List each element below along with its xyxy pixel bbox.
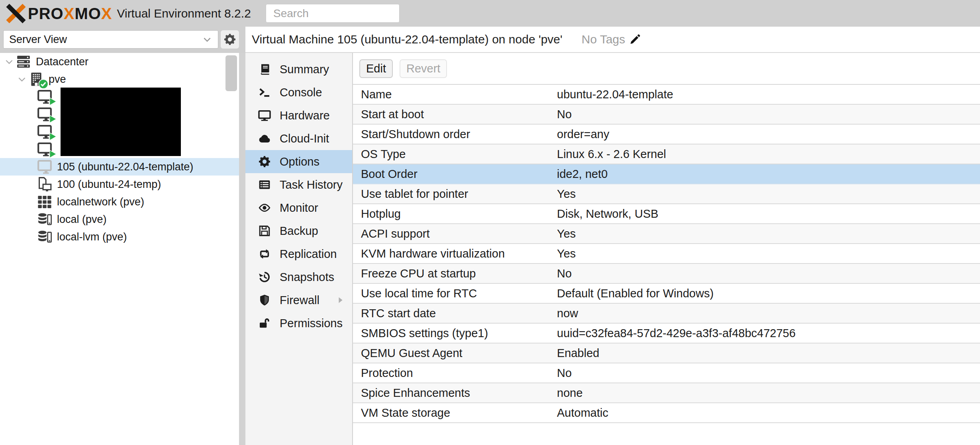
tree-item-100-ubuntu-24-temp[interactable]: 100 (ubuntu-24-temp) xyxy=(0,176,239,193)
tree-item-datacenter[interactable]: Datacenter xyxy=(0,53,239,70)
tab-console[interactable]: Console xyxy=(245,81,352,104)
status-play-icon xyxy=(49,132,57,141)
sidebar-settings-button[interactable] xyxy=(221,30,239,49)
storage-icon xyxy=(37,212,52,227)
tab-monitor[interactable]: Monitor xyxy=(245,196,352,219)
option-value: now xyxy=(557,307,578,320)
tab-replication[interactable]: Replication xyxy=(245,242,352,265)
option-row-acpi-support[interactable]: ACPI supportYes xyxy=(353,224,980,244)
tree-item-local-lvm-pve[interactable]: local-lvm (pve) xyxy=(0,228,239,246)
option-row-start-shutdown-order[interactable]: Start/Shutdown orderorder=any xyxy=(353,125,980,144)
option-row-use-local-time-for-rtc[interactable]: Use local time for RTCDefault (Enabled f… xyxy=(353,284,980,304)
vm-nav-menu: SummaryConsoleHardwareCloud-InitOptionsT… xyxy=(245,53,353,445)
option-row-name[interactable]: Nameubuntu-22.04-template xyxy=(353,85,980,105)
option-row-qemu-guest-agent[interactable]: QEMU Guest AgentEnabled xyxy=(353,344,980,363)
option-row-smbios-settings-type1[interactable]: SMBIOS settings (type1)uuid=c32fea84-57d… xyxy=(353,324,980,344)
option-value: Automatic xyxy=(557,406,608,420)
tags-label: No Tags xyxy=(582,33,625,46)
content-header: Virtual Machine 105 (ubuntu-22.04-templa… xyxy=(245,27,980,53)
vm-template-icon xyxy=(37,177,52,192)
search-input[interactable] xyxy=(266,4,400,23)
tab-label: Console xyxy=(280,86,322,99)
option-row-hotplug[interactable]: HotplugDisk, Network, USB xyxy=(353,204,980,224)
option-row-spice-enhancements[interactable]: Spice Enhancementsnone xyxy=(353,383,980,403)
redacted-region xyxy=(61,88,181,156)
datacenter-icon xyxy=(16,54,31,69)
chevron-down-icon xyxy=(17,74,29,84)
product-version-label: Virtual Environment 8.2.2 xyxy=(117,7,251,20)
page-title: Virtual Machine 105 (ubuntu-22.04-templa… xyxy=(252,33,563,46)
permissions-icon xyxy=(258,317,271,330)
option-row-kvm-hardware-virtualization[interactable]: KVM hardware virtualizationYes xyxy=(353,244,980,264)
tab-cloud-init[interactable]: Cloud-Init xyxy=(245,127,352,150)
vm-icon xyxy=(37,124,52,139)
panel-splitter[interactable] xyxy=(239,53,245,445)
tree-item-localnetwork-pve[interactable]: localnetwork (pve) xyxy=(0,193,239,211)
tree-item-105-ubuntu-22-04-template[interactable]: 105 (ubuntu-22.04-template) xyxy=(0,158,239,176)
tab-hardware[interactable]: Hardware xyxy=(245,104,352,127)
option-label: Hotplug xyxy=(353,207,557,221)
vm-icon xyxy=(37,107,52,122)
task-history-icon xyxy=(258,178,271,191)
tree-scrollbar-thumb[interactable] xyxy=(225,55,238,92)
tree-item-label: Datacenter xyxy=(36,56,88,68)
tab-snapshots[interactable]: Snapshots xyxy=(245,265,352,289)
tab-firewall[interactable]: Firewall xyxy=(245,289,352,312)
resource-tree: Datacenterpve105 (ubuntu-22.04-template)… xyxy=(0,53,239,445)
tree-item-pve[interactable]: pve xyxy=(0,70,239,88)
option-label: SMBIOS settings (type1) xyxy=(353,327,557,340)
tree-item-label: 100 (ubuntu-24-temp) xyxy=(57,178,161,191)
replication-icon xyxy=(258,248,271,260)
tab-label: Replication xyxy=(280,248,337,261)
cloudinit-icon xyxy=(258,132,271,145)
option-row-freeze-cpu-at-startup[interactable]: Freeze CPU at startupNo xyxy=(353,264,980,284)
proxmox-logo: PROXMOX xyxy=(6,3,112,24)
option-label: ACPI support xyxy=(353,227,557,240)
option-value: order=any xyxy=(557,128,609,141)
option-row-protection[interactable]: ProtectionNo xyxy=(353,363,980,383)
option-value: No xyxy=(557,108,572,121)
option-row-boot-order[interactable]: Boot Orderide2, net0 xyxy=(353,164,980,184)
caret-right-icon xyxy=(336,296,345,304)
option-label: OS Type xyxy=(353,148,557,161)
option-value: Enabled xyxy=(557,347,599,360)
tab-label: Monitor xyxy=(280,201,318,215)
view-selector-combobox[interactable]: Server View xyxy=(3,30,218,49)
option-value: Default (Enabled for Windows) xyxy=(557,287,713,300)
option-row-vm-state-storage[interactable]: VM State storageAutomatic xyxy=(353,403,980,423)
chevron-down-icon xyxy=(202,34,212,45)
status-play-icon xyxy=(49,150,57,158)
pencil-icon[interactable] xyxy=(629,33,641,45)
options-icon xyxy=(258,155,271,168)
option-label: Start/Shutdown order xyxy=(353,128,557,141)
option-label: Start at boot xyxy=(353,108,557,121)
tab-label: Snapshots xyxy=(280,271,334,284)
tree-item-label: 105 (ubuntu-22.04-template) xyxy=(57,161,193,173)
tab-summary[interactable]: Summary xyxy=(245,58,352,81)
tags-area: No Tags xyxy=(582,33,641,46)
node-icon xyxy=(29,72,44,87)
sidebar-header: Server View xyxy=(0,27,245,53)
network-icon xyxy=(37,194,52,209)
option-value: uuid=c32fea84-57d2-429e-a3f3-af48bc47275… xyxy=(557,327,796,340)
tab-permissions[interactable]: Permissions xyxy=(245,312,352,335)
option-row-start-at-boot[interactable]: Start at bootNo xyxy=(353,105,980,125)
option-row-rtc-start-date[interactable]: RTC start datenow xyxy=(353,304,980,324)
tab-backup[interactable]: Backup xyxy=(245,219,352,242)
tree-item-local-pve[interactable]: local (pve) xyxy=(0,211,239,228)
revert-button[interactable]: Revert xyxy=(400,59,447,78)
option-label: Name xyxy=(353,88,557,101)
tree-item-label: local (pve) xyxy=(57,213,107,226)
snapshots-icon xyxy=(258,271,271,283)
firewall-icon xyxy=(258,294,271,306)
tab-task-history[interactable]: Task History xyxy=(245,173,352,196)
option-row-use-tablet-for-pointer[interactable]: Use tablet for pointerYes xyxy=(353,184,980,204)
edit-button[interactable]: Edit xyxy=(359,59,393,78)
summary-icon xyxy=(258,63,271,76)
tab-options[interactable]: Options xyxy=(245,150,352,173)
option-value: No xyxy=(557,367,572,380)
vm-icon xyxy=(37,142,52,157)
option-row-os-type[interactable]: OS TypeLinux 6.x - 2.6 Kernel xyxy=(353,144,980,164)
chevron-down-icon xyxy=(4,57,16,67)
status-play-icon xyxy=(49,115,57,123)
